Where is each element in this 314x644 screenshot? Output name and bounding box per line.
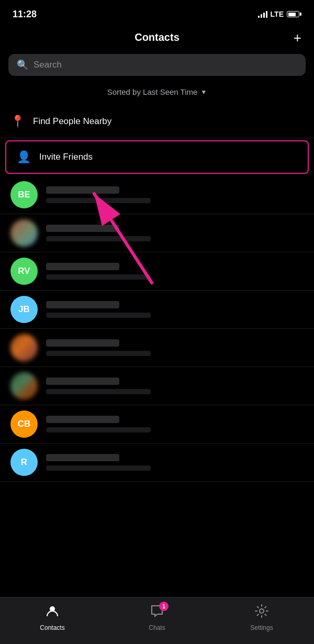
contact-info: [46, 377, 304, 394]
contact-status: [46, 198, 151, 203]
avatar: JB: [10, 296, 38, 323]
settings-tab-label: Settings: [250, 624, 273, 631]
avatar: [10, 372, 38, 399]
contact-name: [46, 377, 119, 385]
contacts-list: 📍 Find People Nearby 👤 Invite Friends BE…: [0, 105, 314, 482]
list-item[interactable]: BE: [0, 176, 314, 214]
battery-icon: [287, 11, 301, 17]
contact-status: [46, 389, 151, 394]
contact-info: [46, 339, 304, 356]
find-people-nearby-item[interactable]: 📍 Find People Nearby: [0, 105, 314, 138]
invite-friends-item[interactable]: 👤 Invite Friends: [5, 140, 309, 174]
contact-status: [46, 236, 151, 241]
invite-friends-label: Invite Friends: [39, 152, 93, 162]
list-item[interactable]: RV: [0, 252, 314, 291]
list-item[interactable]: R: [0, 443, 314, 482]
contact-info: [46, 301, 304, 318]
search-input[interactable]: Search: [33, 60, 62, 70]
status-time: 11:28: [13, 9, 37, 20]
contact-status: [46, 274, 151, 280]
list-item[interactable]: [0, 214, 314, 252]
search-bar[interactable]: 🔍 Search: [8, 54, 306, 76]
avatar: CB: [10, 410, 38, 438]
contact-status: [46, 427, 151, 432]
page-title: Contacts: [134, 31, 180, 43]
contact-status: [46, 313, 151, 318]
avatar: BE: [10, 181, 38, 208]
contacts-tab-icon: [45, 604, 60, 622]
contact-name: [46, 263, 119, 270]
contact-name: [46, 225, 119, 232]
avatar: [10, 334, 38, 361]
contact-info: [46, 454, 304, 471]
avatar: R: [10, 449, 38, 476]
lte-label: LTE: [271, 10, 284, 18]
header: Contacts +: [0, 26, 314, 51]
list-item[interactable]: CB: [0, 405, 314, 443]
settings-tab-icon: [254, 604, 269, 622]
contact-name: [46, 339, 119, 347]
search-icon: 🔍: [17, 59, 28, 71]
search-container: 🔍 Search: [0, 51, 314, 82]
contact-info: [46, 225, 304, 241]
svg-point-3: [260, 609, 264, 613]
tab-bar: Contacts 1 Chats Settings: [0, 597, 314, 644]
list-item[interactable]: [0, 329, 314, 367]
invite-friends-icon: 👤: [17, 150, 31, 164]
sort-arrow-icon: ▼: [200, 88, 207, 96]
contact-name: [46, 301, 119, 308]
signal-icon: [258, 10, 267, 18]
sort-row[interactable]: Sorted by Last Seen Time ▼: [0, 82, 314, 105]
chats-tab-label: Chats: [149, 624, 165, 631]
location-icon: 📍: [10, 115, 25, 128]
avatar: [10, 219, 38, 247]
chats-badge: 1: [159, 602, 169, 611]
contact-status: [46, 465, 151, 471]
chats-tab-icon: 1: [150, 604, 164, 622]
contact-name: [46, 186, 119, 194]
contact-name: [46, 416, 119, 423]
tab-settings[interactable]: Settings: [209, 604, 314, 631]
tab-chats[interactable]: 1 Chats: [105, 604, 209, 631]
avatar: RV: [10, 258, 38, 285]
tab-contacts[interactable]: Contacts: [0, 604, 105, 631]
sort-label: Sorted by Last Seen Time: [107, 87, 198, 96]
list-item[interactable]: [0, 367, 314, 405]
contact-info: [46, 416, 304, 432]
status-bar: 11:28 LTE: [0, 0, 314, 26]
add-contact-button[interactable]: +: [294, 31, 301, 45]
find-people-label: Find People Nearby: [33, 116, 111, 127]
contact-info: [46, 263, 304, 280]
contacts-tab-label: Contacts: [40, 624, 64, 631]
contact-status: [46, 351, 151, 356]
list-item[interactable]: JB: [0, 291, 314, 329]
status-icons: LTE: [258, 10, 301, 18]
contact-info: [46, 186, 304, 203]
contact-name: [46, 454, 119, 461]
